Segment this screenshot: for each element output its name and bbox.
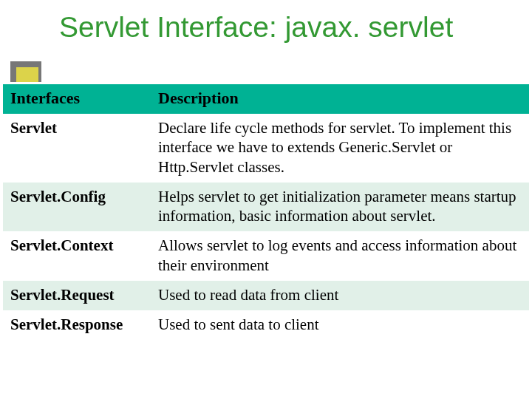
- table-row: Servlet Declare life cycle methods for s…: [3, 114, 529, 183]
- interface-name: Servlet: [3, 114, 151, 183]
- bullet-decoration-icon: [10, 61, 41, 82]
- interface-name: Servlet.Request: [3, 281, 151, 310]
- interface-name: Servlet.Config: [3, 183, 151, 232]
- table-row: Servlet.Request Used to read data from c…: [3, 281, 529, 310]
- interface-description: Helps servlet to get initialization para…: [151, 183, 529, 232]
- slide-title: Servlet Interface: javax. servlet: [59, 11, 453, 44]
- table-row: Servlet.Context Allows servlet to log ev…: [3, 231, 529, 281]
- table-header-row: Interfaces Description: [3, 84, 529, 114]
- interface-name: Servlet.Response: [3, 310, 151, 340]
- interfaces-table: Interfaces Description Servlet Declare l…: [3, 84, 529, 340]
- header-description: Description: [151, 84, 529, 114]
- table-row: Servlet.Config Helps servlet to get init…: [3, 183, 529, 232]
- slide: Servlet Interface: javax. servlet Interf…: [0, 0, 532, 399]
- interface-description: Declare life cycle methods for servlet. …: [151, 114, 529, 183]
- interface-description: Allows servlet to log events and access …: [151, 231, 529, 281]
- header-interfaces: Interfaces: [3, 84, 151, 114]
- interface-description: Used to read data from client: [151, 281, 529, 310]
- interface-description: Used to sent data to client: [151, 310, 529, 340]
- interface-name: Servlet.Context: [3, 231, 151, 281]
- table-row: Servlet.Response Used to sent data to cl…: [3, 310, 529, 340]
